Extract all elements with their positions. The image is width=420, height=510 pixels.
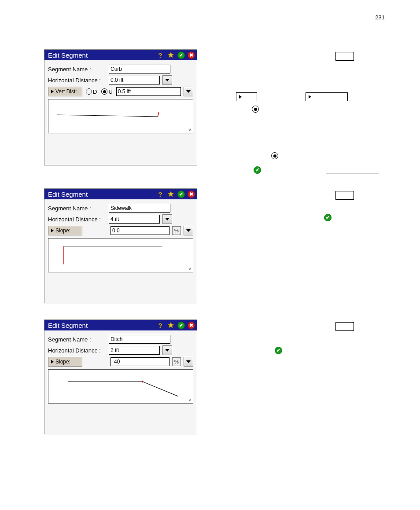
- close-button[interactable]: ✖: [188, 191, 195, 198]
- svg-marker-8: [168, 322, 173, 328]
- svg-marker-3: [186, 90, 191, 93]
- svg-marker-2: [51, 90, 54, 93]
- slope-label: Slope:: [55, 359, 70, 365]
- svg-marker-7: [186, 229, 191, 232]
- help-icon[interactable]: ?: [156, 321, 164, 329]
- inline-radio-1[interactable]: [252, 106, 259, 113]
- slope-dropdown[interactable]: [184, 357, 193, 367]
- radio-u-label: U: [108, 88, 112, 95]
- svg-marker-11: [186, 360, 191, 363]
- inline-box-2[interactable]: [335, 191, 354, 200]
- hdist-dropdown[interactable]: [162, 75, 172, 85]
- hdist-label: Horizontal Distance :: [48, 347, 106, 354]
- hdist-label: Horizontal Distance :: [48, 216, 106, 223]
- percent-label: %: [172, 357, 181, 366]
- radio-d[interactable]: D: [86, 88, 97, 95]
- segment-name-input[interactable]: Curb: [109, 65, 170, 73]
- titlebar: Edit Segment ? ✔ ✖: [44, 320, 197, 330]
- hdist-dropdown[interactable]: [162, 345, 172, 355]
- svg-marker-0: [168, 52, 173, 58]
- svg-marker-6: [51, 229, 54, 232]
- inline-play-button-2[interactable]: [306, 92, 348, 101]
- vdist-dropdown[interactable]: [184, 87, 193, 96]
- radio-u[interactable]: U: [101, 88, 112, 95]
- close-button[interactable]: ✖: [188, 51, 195, 59]
- ok-button[interactable]: ✔: [177, 191, 185, 198]
- favorite-icon[interactable]: [167, 51, 175, 59]
- favorite-icon[interactable]: [167, 190, 175, 198]
- ok-button[interactable]: ✔: [177, 51, 185, 59]
- inline-ok-2[interactable]: ✔: [324, 214, 332, 221]
- slope-dropdown[interactable]: [184, 226, 193, 235]
- underline-mark: [326, 173, 379, 173]
- segment-name-label: Segment Name :: [48, 336, 106, 343]
- play-icon: [239, 95, 242, 99]
- svg-marker-9: [165, 349, 169, 352]
- svg-marker-1: [165, 79, 169, 81]
- svg-marker-13: [239, 95, 242, 99]
- edit-segment-dialog-ditch: Edit Segment ? ✔ ✖ Segment Name : Ditch …: [44, 319, 197, 434]
- slope-toggle[interactable]: Slope:: [48, 357, 82, 367]
- percent-label: %: [172, 226, 181, 235]
- preview-corner-label: v: [189, 397, 192, 402]
- inline-ok-1[interactable]: ✔: [254, 166, 261, 174]
- dialog-title: Edit Segment: [48, 51, 156, 59]
- radio-d-dot: [86, 88, 92, 95]
- inline-play-button-1[interactable]: [236, 92, 257, 101]
- help-icon[interactable]: ?: [156, 190, 164, 198]
- svg-marker-10: [51, 360, 54, 363]
- vert-dist-toggle[interactable]: Vert Dist:: [48, 87, 82, 96]
- slope-input[interactable]: 0.0: [111, 226, 169, 235]
- vdist-input[interactable]: 0.5 ift: [116, 87, 181, 96]
- segment-name-input[interactable]: Ditch: [109, 335, 170, 344]
- hdist-input[interactable]: 4 ift: [109, 215, 160, 224]
- dialog-title: Edit Segment: [48, 322, 156, 329]
- slope-input[interactable]: -40: [111, 357, 169, 366]
- slope-toggle[interactable]: Slope:: [48, 226, 82, 235]
- titlebar: Edit Segment ? ✔ ✖: [44, 189, 197, 199]
- svg-marker-14: [309, 95, 311, 99]
- edit-segment-dialog-curb: Edit Segment ? ✔ ✖ Segment Name : Curb H…: [44, 49, 197, 165]
- radio-d-label: D: [93, 88, 97, 95]
- preview-corner-label: v: [189, 127, 192, 132]
- ok-button[interactable]: ✔: [177, 322, 185, 329]
- segment-name-input[interactable]: Sidewalk: [109, 204, 170, 213]
- titlebar: Edit Segment ? ✔ ✖: [44, 50, 197, 60]
- hdist-dropdown[interactable]: [162, 214, 172, 224]
- inline-ok-3[interactable]: ✔: [275, 347, 282, 354]
- svg-marker-5: [165, 218, 169, 220]
- svg-marker-4: [168, 191, 173, 197]
- favorite-icon[interactable]: [167, 321, 175, 329]
- help-icon[interactable]: ?: [156, 51, 164, 59]
- hdist-input[interactable]: 0.0 ift: [109, 76, 160, 84]
- close-button[interactable]: ✖: [188, 322, 195, 329]
- vert-dist-label: Vert Dist:: [55, 88, 77, 95]
- inline-box-3[interactable]: [335, 322, 354, 331]
- dialog-title: Edit Segment: [48, 191, 156, 198]
- segment-name-label: Segment Name :: [48, 205, 106, 212]
- radio-u-dot: [101, 88, 107, 95]
- segment-name-label: Segment Name :: [48, 66, 106, 73]
- hdist-input[interactable]: 2 ift: [109, 346, 160, 355]
- inline-radio-2[interactable]: [271, 152, 278, 159]
- inline-box-1[interactable]: [335, 52, 354, 61]
- hdist-label: Horizontal Distance :: [48, 77, 106, 84]
- segment-preview: v: [48, 369, 193, 404]
- play-icon: [309, 95, 311, 99]
- preview-corner-label: v: [189, 266, 192, 271]
- page-number: 231: [375, 14, 385, 21]
- segment-preview: v: [48, 238, 193, 272]
- slope-label: Slope:: [55, 227, 70, 234]
- edit-segment-dialog-sidewalk: Edit Segment ? ✔ ✖ Segment Name : Sidewa…: [44, 188, 197, 303]
- segment-preview: v: [48, 99, 193, 133]
